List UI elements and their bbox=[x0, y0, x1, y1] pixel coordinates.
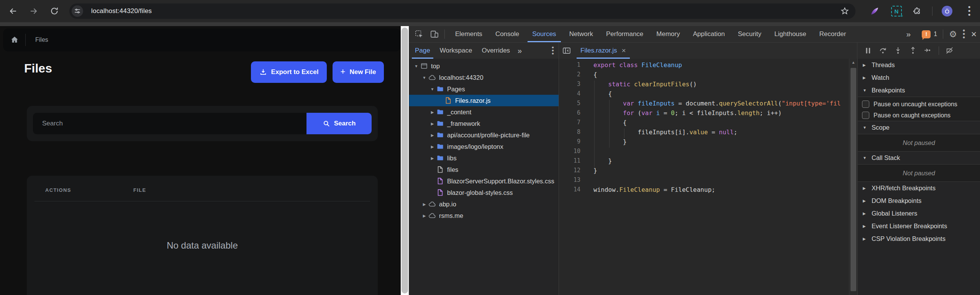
editor-tab-files-razor-js[interactable]: Files.razor.js × bbox=[577, 43, 630, 59]
tree-item-libs[interactable]: ▶libs bbox=[409, 152, 559, 164]
line-number[interactable]: 4 bbox=[559, 90, 587, 100]
devtools-tab-security[interactable]: Security bbox=[731, 26, 768, 42]
tree-item-abp-io[interactable]: ▶abp.io bbox=[409, 198, 559, 210]
devtools-tab-sources[interactable]: Sources bbox=[526, 26, 562, 42]
checkbox-pause-on-uncaught-exceptions[interactable]: Pause on uncaught exceptions bbox=[858, 97, 980, 110]
tree-item-framework[interactable]: ▶_framework bbox=[409, 118, 559, 129]
step-button[interactable] bbox=[924, 46, 932, 55]
line-number[interactable]: 12 bbox=[559, 167, 587, 176]
tree-expanded-arrow-icon[interactable]: ▼ bbox=[413, 64, 420, 68]
tree-item-blazorserversupport-blazor-styles-css[interactable]: BlazorServerSupport.Blazor.styles.css bbox=[409, 175, 559, 187]
url-text[interactable]: localhost:44320/files bbox=[91, 7, 152, 15]
home-icon[interactable] bbox=[10, 35, 19, 44]
tree-collapsed-arrow-icon[interactable]: ▶ bbox=[429, 122, 436, 126]
page-scrollbar[interactable] bbox=[401, 26, 409, 295]
editor-tab-close-icon[interactable]: × bbox=[621, 46, 626, 55]
settings-gear-icon[interactable]: ⚙ bbox=[949, 29, 957, 39]
tree-collapsed-arrow-icon[interactable]: ▶ bbox=[429, 145, 436, 149]
sidebar-section-dom-breakpoints[interactable]: ▶DOM Breakpoints bbox=[858, 194, 980, 207]
sidebar-section-call-stack[interactable]: ▼Call Stack bbox=[858, 152, 980, 164]
tree-collapsed-arrow-icon[interactable]: ▶ bbox=[429, 110, 436, 114]
checkbox-box[interactable] bbox=[862, 112, 869, 119]
code-lines[interactable]: export class FileCleanup{ static clearIn… bbox=[593, 59, 857, 295]
tree-item-images-logo-leptonx[interactable]: ▶images/logo/leptonx bbox=[409, 141, 559, 152]
step-out-button[interactable] bbox=[909, 46, 917, 55]
tree-collapsed-arrow-icon[interactable]: ▶ bbox=[421, 214, 428, 218]
tree-collapsed-arrow-icon[interactable]: ▶ bbox=[429, 156, 436, 160]
tree-item-localhost-44320[interactable]: ▼localhost:44320 bbox=[409, 72, 559, 83]
navigator-tab-overrides[interactable]: Overrides bbox=[478, 43, 514, 59]
search-button[interactable]: Search bbox=[306, 113, 372, 134]
tree-item-api-account-profile-picture-file[interactable]: ▶api/account/profile-picture-file bbox=[409, 129, 559, 141]
address-bar[interactable]: localhost:44320/files bbox=[69, 3, 855, 19]
navigator-more-tabs-button[interactable]: » bbox=[518, 46, 522, 55]
sidebar-section-scope[interactable]: ▼Scope bbox=[858, 121, 980, 134]
profile-avatar[interactable]: Ö bbox=[942, 6, 952, 16]
line-number[interactable]: 3 bbox=[559, 81, 587, 90]
scrollbar-up-arrow[interactable]: ▲ bbox=[849, 59, 857, 66]
sidebar-section-event-listener-breakpoints[interactable]: ▶Event Listener Breakpoints bbox=[858, 220, 980, 232]
line-number[interactable]: 9 bbox=[559, 138, 587, 148]
search-input[interactable] bbox=[33, 113, 306, 134]
devtools-tab-memory[interactable]: Memory bbox=[650, 26, 686, 42]
sidebar-section-global-listeners[interactable]: ▶Global Listeners bbox=[858, 207, 980, 220]
devtools-tab-network[interactable]: Network bbox=[563, 26, 600, 42]
tree-item-files[interactable]: files bbox=[409, 164, 559, 175]
devtools-menu-button[interactable]: ••• bbox=[963, 29, 965, 40]
devtools-close-button[interactable]: ✕ bbox=[971, 30, 977, 39]
devtools-tab-recorder[interactable]: Recorder bbox=[813, 26, 853, 42]
page-scrollbar-thumb[interactable] bbox=[402, 28, 408, 293]
line-number[interactable]: 14 bbox=[559, 186, 587, 196]
navigator-menu-button[interactable]: ••• bbox=[552, 46, 554, 55]
inspect-element-icon[interactable] bbox=[415, 30, 424, 39]
line-number[interactable]: 8 bbox=[559, 129, 587, 138]
navigator-tab-page[interactable]: Page bbox=[411, 43, 434, 59]
line-number[interactable]: 13 bbox=[559, 176, 587, 186]
devtools-tab-performance[interactable]: Performance bbox=[600, 26, 650, 42]
tree-collapsed-arrow-icon[interactable]: ▶ bbox=[429, 133, 436, 137]
device-toolbar-icon[interactable] bbox=[430, 30, 439, 39]
bookmark-star-icon[interactable] bbox=[840, 7, 849, 16]
more-tabs-button[interactable]: » bbox=[906, 30, 911, 39]
extensions-puzzle-icon[interactable] bbox=[912, 7, 921, 16]
tree-item-blazor-global-styles-css[interactable]: blazor-global-styles.css bbox=[409, 187, 559, 198]
sidebar-section-watch[interactable]: ▶Watch bbox=[858, 71, 980, 84]
browser-back-button[interactable] bbox=[8, 7, 18, 16]
line-number[interactable]: 11 bbox=[559, 157, 587, 167]
tree-expanded-arrow-icon[interactable]: ▼ bbox=[429, 87, 436, 91]
checkbox-pause-on-caught-exceptions[interactable]: Pause on caught exceptions bbox=[858, 110, 980, 121]
tree-item-files-razor-js[interactable]: Files.razor.js bbox=[409, 95, 559, 106]
sidebar-section-threads[interactable]: ▶Threads bbox=[858, 59, 980, 71]
line-number[interactable]: 1 bbox=[559, 61, 587, 71]
export-excel-button[interactable]: Export to Excel bbox=[251, 61, 327, 83]
extension-feather-icon[interactable] bbox=[870, 7, 879, 16]
tree-expanded-arrow-icon[interactable]: ▼ bbox=[421, 76, 428, 80]
site-info-button[interactable] bbox=[72, 5, 83, 17]
devtools-tab-application[interactable]: Application bbox=[687, 26, 731, 42]
line-number[interactable]: 10 bbox=[559, 148, 587, 157]
sidebar-section-breakpoints[interactable]: ▼Breakpoints bbox=[858, 84, 980, 97]
line-number[interactable]: 2 bbox=[559, 71, 587, 81]
tree-item-rsms-me[interactable]: ▶rsms.me bbox=[409, 210, 559, 221]
issues-indicator[interactable]: ! 1 bbox=[922, 30, 937, 38]
line-number[interactable]: 7 bbox=[559, 119, 587, 129]
tree-collapsed-arrow-icon[interactable]: ▶ bbox=[421, 202, 428, 206]
step-into-button[interactable] bbox=[894, 46, 902, 55]
browser-menu-button[interactable]: ••• bbox=[966, 5, 972, 17]
line-number[interactable]: 5 bbox=[559, 100, 587, 109]
tree-item-pages[interactable]: ▼Pages bbox=[409, 83, 559, 95]
editor-scrollbar[interactable]: ▲ bbox=[849, 59, 857, 295]
editor-scrollbar-thumb[interactable] bbox=[851, 68, 856, 291]
line-number[interactable]: 6 bbox=[559, 109, 587, 119]
browser-refresh-button[interactable] bbox=[50, 7, 59, 16]
deactivate-breakpoints-button[interactable] bbox=[946, 46, 954, 55]
devtools-tab-elements[interactable]: Elements bbox=[449, 26, 489, 42]
browser-forward-button[interactable] bbox=[29, 7, 38, 16]
sidebar-section-csp-violation-breakpoints[interactable]: ▶CSP Violation Breakpoints bbox=[858, 232, 980, 245]
devtools-tab-lighthouse[interactable]: Lighthouse bbox=[768, 26, 813, 42]
devtools-tab-console[interactable]: Console bbox=[489, 26, 526, 42]
pause-script-button[interactable] bbox=[864, 46, 872, 55]
step-over-button[interactable] bbox=[879, 46, 887, 55]
checkbox-box[interactable] bbox=[862, 101, 869, 108]
navigator-tab-workspace[interactable]: Workspace bbox=[436, 43, 476, 59]
